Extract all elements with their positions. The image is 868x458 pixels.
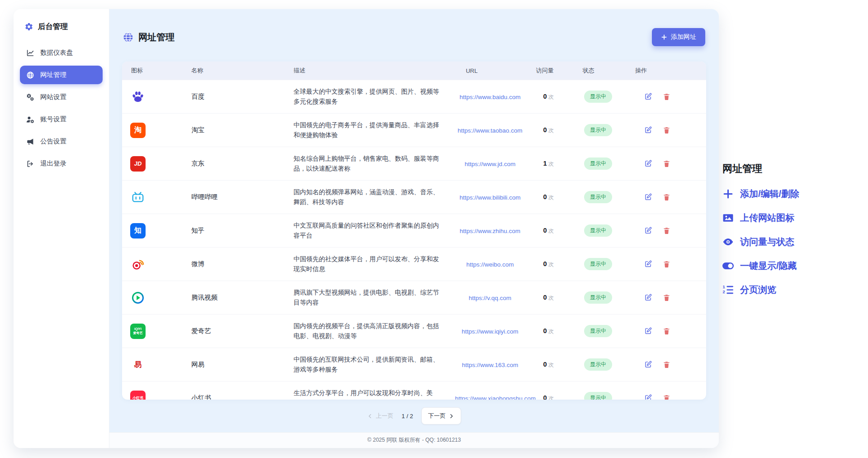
table-row: 知 知乎 中文互联网高质量的问答社区和创作者聚集的原创内容平台 https://… — [122, 214, 706, 248]
table-row: 微博 中国领先的社交媒体平台，用户可以发布、分享和发现实时信息 https://… — [122, 248, 706, 281]
table-row: 淘 淘宝 中国领先的电子商务平台，提供海量商品、丰富选择和便捷购物体验 http… — [122, 114, 706, 147]
delete-icon[interactable] — [663, 294, 670, 301]
edit-icon[interactable] — [644, 193, 652, 201]
column-header: 描述 — [283, 62, 455, 80]
sidebar-item-logout[interactable]: 退出登录 — [20, 154, 103, 173]
site-url-link[interactable]: https://www.taobao.com — [458, 127, 522, 134]
sidebar: 后台管理 数据仪表盘 网址管理 网站设置 账号设置 公告设置 退出登录 — [14, 9, 109, 448]
netease-icon: 易 — [130, 357, 146, 372]
visit-unit: 次 — [548, 395, 554, 400]
column-header: 操作 — [624, 62, 706, 80]
table-row: 易 网易 中国领先的互联网技术公司，提供新闻资讯、邮箱、游戏等多种服务 http… — [122, 348, 706, 382]
status-badge: 显示中 — [584, 224, 612, 237]
delete-icon[interactable] — [663, 227, 670, 234]
sidebar-item-urls[interactable]: 网址管理 — [20, 66, 103, 84]
page-header: 网址管理 添加网址 — [109, 9, 719, 62]
delete-icon[interactable] — [663, 160, 670, 167]
visit-count: 0 — [543, 394, 547, 400]
visit-unit: 次 — [548, 194, 554, 200]
add-site-button[interactable]: 添加网址 — [652, 28, 705, 46]
sidebar-nav: 数据仪表盘 网址管理 网站设置 账号设置 公告设置 退出登录 — [20, 43, 103, 173]
brand: 后台管理 — [20, 20, 103, 43]
delete-icon[interactable] — [663, 260, 670, 268]
site-url-link[interactable]: https://www.163.com — [462, 362, 519, 368]
column-header: 访问量 — [525, 62, 571, 80]
site-description: 中国领先的社交媒体平台，用户可以发布、分享和发现实时信息 — [293, 255, 439, 272]
visit-unit: 次 — [548, 261, 554, 267]
status-badge: 显示中 — [584, 191, 612, 203]
visit-unit: 次 — [548, 161, 554, 167]
site-url-link[interactable]: https://weibo.com — [466, 261, 514, 268]
column-header: 名称 — [180, 62, 283, 80]
delete-icon[interactable] — [663, 93, 670, 100]
column-header: 图标 — [122, 62, 180, 80]
status-badge: 显示中 — [584, 392, 612, 400]
gears-icon — [26, 93, 34, 101]
site-url-link[interactable]: https://v.qq.com — [469, 295, 511, 301]
delete-icon[interactable] — [663, 394, 670, 400]
visit-unit: 次 — [548, 94, 554, 100]
visit-unit: 次 — [548, 295, 554, 301]
jd-icon: JD — [130, 156, 146, 172]
site-name: 小红书 — [191, 394, 211, 400]
visit-unit: 次 — [548, 127, 554, 134]
edit-icon[interactable] — [644, 394, 652, 400]
site-description: 中国领先的互联网技术公司，提供新闻资讯、邮箱、游戏等多种服务 — [293, 356, 439, 373]
visit-count: 0 — [543, 193, 547, 200]
sidebar-item-label: 网址管理 — [40, 71, 66, 79]
xiaohongshu-icon: 小红书 — [130, 391, 146, 400]
eye-icon — [722, 236, 734, 248]
edit-icon[interactable] — [644, 327, 652, 335]
feature-label: 上传网站图标 — [740, 212, 794, 224]
user-gear-icon — [26, 115, 34, 124]
site-name: 知乎 — [191, 227, 204, 234]
site-url-link[interactable]: https://www.jd.com — [465, 161, 516, 167]
edit-icon[interactable] — [644, 294, 652, 301]
visit-count: 1 — [543, 160, 547, 167]
site-description: 全球最大的中文搜索引擎，提供网页、图片、视频等多元化搜索服务 — [293, 88, 439, 105]
sidebar-item-account-settings[interactable]: 账号设置 — [20, 110, 103, 129]
feature-item: 12 分页浏览 — [722, 283, 865, 296]
feature-label: 一键显示/隐藏 — [740, 260, 797, 272]
delete-icon[interactable] — [663, 327, 670, 335]
status-badge: 显示中 — [584, 124, 612, 136]
taobao-icon: 淘 — [130, 123, 146, 138]
delete-icon[interactable] — [663, 361, 670, 368]
edit-icon[interactable] — [644, 126, 652, 134]
edit-icon[interactable] — [644, 160, 652, 167]
visit-unit: 次 — [548, 228, 554, 234]
site-url-link[interactable]: https://www.iqiyi.com — [462, 328, 518, 335]
edit-icon[interactable] — [644, 260, 652, 268]
edit-icon[interactable] — [644, 93, 652, 100]
edit-icon[interactable] — [644, 227, 652, 234]
plus-icon — [661, 34, 667, 40]
zhihu-icon: 知 — [130, 223, 146, 239]
feature-label: 添加/编辑/删除 — [740, 188, 799, 200]
visit-count: 0 — [543, 227, 547, 234]
delete-icon[interactable] — [663, 193, 670, 201]
sidebar-item-dashboard[interactable]: 数据仪表盘 — [20, 43, 103, 62]
column-header: URL — [455, 62, 525, 80]
sidebar-item-site-settings[interactable]: 网站设置 — [20, 88, 103, 106]
megaphone-icon — [26, 138, 34, 146]
site-url-link[interactable]: https://www.xiaohongshu.com — [455, 395, 536, 400]
visit-count: 0 — [543, 126, 547, 134]
sites-table: 图标名称描述URL访问量状态操作 百度 全球最大的中文搜索引擎，提供网页、图片、… — [122, 62, 706, 400]
status-badge: 显示中 — [584, 91, 612, 103]
status-badge: 显示中 — [584, 258, 612, 270]
table-row: 小红书 小红书 生活方式分享平台，用户可以发现和分享时尚、美妆、旅行等生活灵感 … — [122, 382, 706, 400]
edit-icon[interactable] — [644, 361, 652, 368]
prev-page-button[interactable]: 上一页 — [367, 412, 393, 420]
sidebar-item-label: 网站设置 — [40, 93, 66, 101]
admin-app-window: 后台管理 数据仪表盘 网址管理 网站设置 账号设置 公告设置 退出登录 网址管理… — [14, 9, 719, 448]
site-url-link[interactable]: https://www.bilibili.com — [459, 194, 520, 201]
sidebar-item-announcement-settings[interactable]: 公告设置 — [20, 132, 103, 151]
status-badge: 显示中 — [584, 325, 612, 337]
site-url-link[interactable]: https://www.baidu.com — [459, 94, 520, 100]
site-description: 中国领先的电子商务平台，提供海量商品、丰富选择和便捷购物体验 — [293, 121, 439, 138]
next-page-button[interactable]: 下一页 — [421, 407, 461, 425]
site-name: 京东 — [191, 160, 204, 167]
column-header: 状态 — [572, 62, 624, 80]
delete-icon[interactable] — [663, 126, 670, 134]
site-url-link[interactable]: https://www.zhihu.com — [460, 228, 520, 234]
